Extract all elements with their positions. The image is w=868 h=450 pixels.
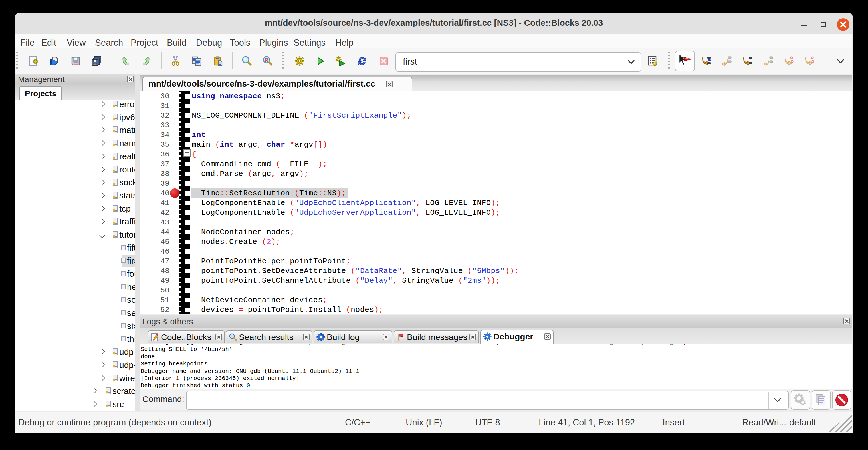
svg-text:R: R bbox=[265, 57, 269, 63]
